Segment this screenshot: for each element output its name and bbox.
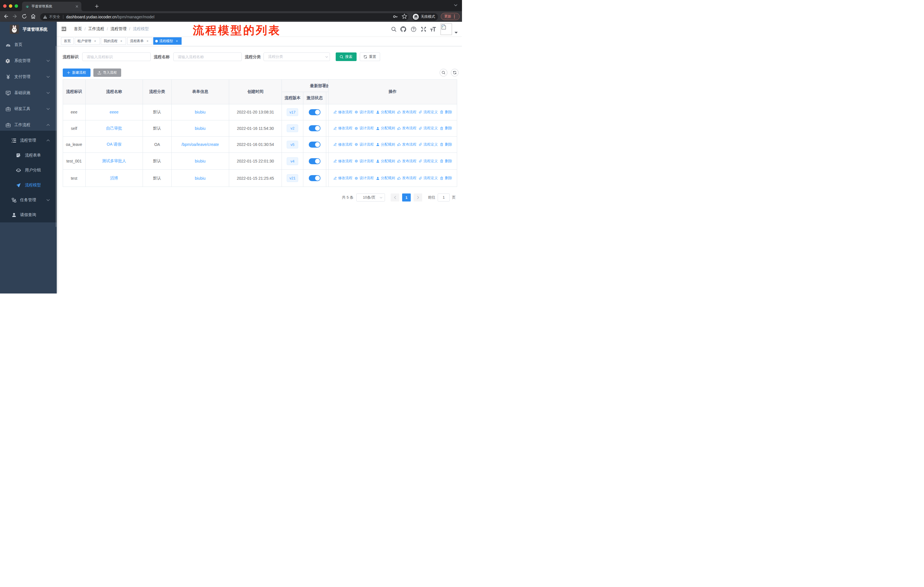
hamburger-icon[interactable] [61,26,66,31]
key-icon[interactable] [393,14,398,20]
home-icon[interactable] [30,13,36,19]
breadcrumb-item[interactable]: 工作流程 [88,26,104,31]
sidebar-item-首页[interactable]: 首页 [0,37,57,53]
action-assign-rule[interactable]: 分配规则 [376,159,395,164]
action-publish-process[interactable]: 发布流程 [397,126,416,131]
action-delete[interactable]: 删除 [440,176,452,180]
active-switch[interactable] [309,142,320,147]
goto-page-input[interactable]: 1 [438,193,450,202]
update-button[interactable]: 更新 [441,13,460,20]
browser-tab[interactable]: 芋道管理系统 [22,2,81,11]
sidebar-item-研发工具[interactable]: 研发工具 [0,101,57,117]
toggle-search-button[interactable] [440,69,447,76]
not-secure-warning-icon[interactable] [43,15,47,19]
macos-zoom-button[interactable] [15,4,18,8]
new-tab-button[interactable] [94,3,100,9]
form-info-link[interactable]: biubiu [195,110,205,114]
action-publish-process[interactable]: 发布流程 [397,176,416,180]
tag-我的流程[interactable]: 我的流程× [101,37,126,45]
action-publish-process[interactable]: 发布流程 [397,159,416,164]
sidebar-item-系统管理[interactable]: 系统管理 [0,53,57,69]
tag-租户管理[interactable]: 租户管理× [75,37,100,45]
create-process-button[interactable]: 新建流程 [63,68,91,77]
action-assign-rule[interactable]: 分配规则 [376,142,395,147]
action-delete[interactable]: 删除 [440,142,452,147]
action-publish-process[interactable]: 发布流程 [397,142,416,147]
filter-name-input-field[interactable] [173,53,241,61]
action-process-definition[interactable]: 流程定义 [419,126,438,131]
prev-page-button[interactable] [391,193,399,202]
action-edit-process[interactable]: 修改流程 [333,126,353,131]
action-process-definition[interactable]: 流程定义 [419,176,438,180]
action-edit-process[interactable]: 修改流程 [333,159,353,164]
action-design-process[interactable]: 设计流程 [355,159,374,164]
tag-流程表单[interactable]: 流程表单× [127,37,152,45]
process-name-link[interactable]: eeee [110,110,119,114]
filter-category-select[interactable]: 流程分类 [264,53,330,61]
process-name-link[interactable]: 自己审批 [106,126,122,131]
action-process-definition[interactable]: 流程定义 [419,159,438,164]
current-page-button[interactable]: 1 [402,193,411,202]
sidebar-item-用户分组[interactable]: 用户分组 [0,163,57,178]
action-design-process[interactable]: 设计流程 [355,142,374,147]
macos-close-button[interactable] [3,4,7,8]
breadcrumb-item[interactable]: 流程管理 [111,26,127,31]
tab-search-chevron-icon[interactable] [454,4,457,6]
tag-close-icon[interactable]: × [146,39,150,43]
help-icon[interactable] [411,26,416,32]
sidebar-item-任务管理[interactable]: 任务管理 [0,193,57,208]
tag-close-icon[interactable]: × [119,39,123,43]
tag-close-icon[interactable]: × [175,39,179,43]
user-avatar-broken-image[interactable] [441,23,452,35]
action-assign-rule[interactable]: 分配规则 [376,126,395,131]
action-process-definition[interactable]: 流程定义 [419,142,438,147]
avatar-caret-icon[interactable] [455,32,458,33]
breadcrumb-item[interactable]: 首页 [74,26,82,31]
sidebar-item-流程模型[interactable]: 流程模型 [0,178,57,193]
forward-icon[interactable] [12,13,18,19]
action-edit-process[interactable]: 修改流程 [333,142,353,147]
next-page-button[interactable] [414,193,422,202]
back-icon[interactable] [3,13,8,19]
active-switch[interactable] [309,175,320,181]
github-icon[interactable] [401,26,406,32]
browser-menu-kebab-icon[interactable] [454,14,455,19]
tag-流程模型[interactable]: 流程模型× [153,37,182,45]
search-icon[interactable] [391,26,397,32]
sidebar-item-基础设施[interactable]: 基础设施 [0,85,57,101]
action-publish-process[interactable]: 发布流程 [397,110,416,115]
sidebar-item-请假查询[interactable]: 请假查询 [0,208,57,222]
refresh-table-button[interactable] [451,69,459,76]
sidebar-item-工作流程[interactable]: 工作流程 [0,117,57,133]
active-switch[interactable] [309,125,320,131]
action-design-process[interactable]: 设计流程 [355,126,374,131]
sidebar-scrollbar[interactable] [56,46,56,227]
font-size-icon[interactable] [430,26,436,32]
active-switch[interactable] [309,158,320,164]
fullscreen-icon[interactable] [421,26,426,32]
action-design-process[interactable]: 设计流程 [355,176,374,180]
tab-close-icon[interactable] [74,4,79,9]
tag-close-icon[interactable]: × [93,39,97,43]
form-info-link[interactable]: /bpm/oa/leave/create [182,142,219,147]
filter-key-input[interactable] [82,53,151,61]
action-delete[interactable]: 删除 [440,110,452,115]
tag-首页[interactable]: 首页 [61,37,74,45]
action-edit-process[interactable]: 修改流程 [333,110,353,115]
action-process-definition[interactable]: 流程定义 [419,110,438,115]
sidebar-item-流程表单[interactable]: 流程表单 [0,148,57,163]
action-delete[interactable]: 删除 [440,159,452,164]
sidebar-logo[interactable]: 芋道管理系统 [0,22,57,37]
sidebar-item-支付管理[interactable]: 支付管理 [0,69,57,85]
process-name-link[interactable]: 滔博 [110,176,118,180]
action-assign-rule[interactable]: 分配规则 [376,110,395,115]
reload-icon[interactable] [21,13,27,19]
action-design-process[interactable]: 设计流程 [355,110,374,115]
process-name-link[interactable]: OA 请假 [107,142,121,147]
action-assign-rule[interactable]: 分配规则 [376,176,395,180]
active-switch[interactable] [309,109,320,115]
filter-key-input-field[interactable] [82,53,150,61]
macos-minimize-button[interactable] [9,4,12,8]
reset-button[interactable]: 重置 [360,53,380,61]
action-delete[interactable]: 删除 [440,126,452,131]
